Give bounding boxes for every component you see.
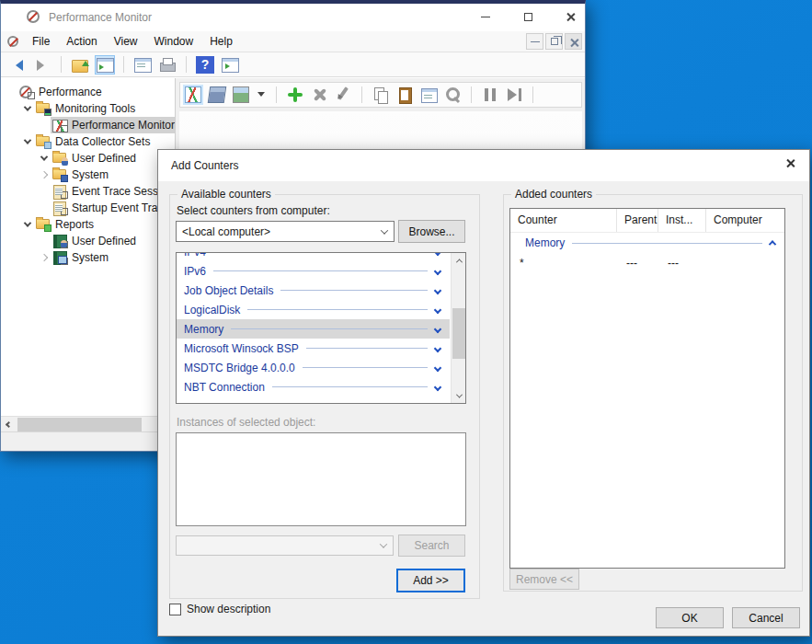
show-description-checkbox[interactable] xyxy=(169,604,181,615)
tree-item[interactable]: User Defined xyxy=(1,233,175,249)
properties-icon[interactable] xyxy=(133,56,152,74)
menu-item[interactable]: Window xyxy=(146,31,202,52)
tree-item[interactable]: Performance xyxy=(1,84,175,100)
tree-item[interactable]: Monitoring Tools xyxy=(1,100,175,117)
counter-row[interactable]: IPv6 xyxy=(177,261,450,281)
column-header[interactable]: Counter xyxy=(510,209,617,232)
tree-expander[interactable] xyxy=(21,139,34,144)
zoom-icon[interactable] xyxy=(444,86,461,103)
main-toolbar xyxy=(1,52,585,77)
mdi-restore-button[interactable] xyxy=(545,33,563,50)
show-console-tree-icon[interactable] xyxy=(96,56,114,74)
instances-listbox[interactable] xyxy=(176,432,466,526)
view-line-chart-icon[interactable] xyxy=(185,86,201,103)
add-counters-icon[interactable] xyxy=(287,86,303,103)
tree-item-icon xyxy=(52,168,67,181)
cancel-button[interactable]: Cancel xyxy=(732,607,800,628)
highlight-icon[interactable] xyxy=(335,86,351,103)
print-icon[interactable] xyxy=(158,56,177,74)
add-button[interactable]: Add >> xyxy=(396,569,465,592)
counter-row[interactable]: Memory xyxy=(177,319,450,339)
chevron-down-icon[interactable] xyxy=(375,229,394,235)
counter-row[interactable]: Job Object Details xyxy=(177,281,450,300)
tree-item[interactable]: System xyxy=(1,167,175,183)
change-graph-type-icon[interactable] xyxy=(233,86,249,103)
browse-button[interactable]: Browse... xyxy=(398,220,465,243)
help-icon[interactable] xyxy=(196,56,214,74)
counter-collapse-chevron-icon[interactable] xyxy=(769,240,776,247)
tree-item-label: Monitoring Tools xyxy=(55,102,135,115)
close-button[interactable] xyxy=(563,9,578,24)
counter-expand-chevron-icon[interactable] xyxy=(434,252,441,256)
counter-expand-chevron-icon[interactable] xyxy=(434,363,441,371)
menu-item[interactable]: File xyxy=(24,31,58,52)
computer-combobox[interactable]: <Local computer> xyxy=(176,221,395,242)
tree-item[interactable]: Startup Event Trace S xyxy=(1,200,175,216)
counter-rule xyxy=(280,290,428,291)
mdi-minimize-button[interactable] xyxy=(526,33,543,50)
menu-item[interactable]: Help xyxy=(201,31,241,52)
tree-expander[interactable] xyxy=(38,255,51,260)
properties-icon[interactable] xyxy=(420,86,437,103)
forward-icon[interactable] xyxy=(33,56,51,74)
tree-horizontal-scrollbar[interactable] xyxy=(1,416,175,431)
counter-row[interactable]: IPv4 xyxy=(177,252,450,261)
counter-label: NBT Connection xyxy=(184,381,265,394)
counter-row[interactable]: MSDTC Bridge 4.0.0.0 xyxy=(177,358,450,377)
counter-row[interactable]: Microsoft Winsock BSP xyxy=(177,339,450,358)
added-counters-group: Added counters CounterParentInst...Compu… xyxy=(503,194,803,592)
tree-item[interactable]: System xyxy=(1,249,175,266)
delete-counter-icon[interactable] xyxy=(311,86,327,103)
tree-item-label: System xyxy=(72,168,109,181)
tree-expander[interactable] xyxy=(21,106,34,111)
update-data-icon[interactable] xyxy=(506,86,522,103)
counter-group-row[interactable]: Memory xyxy=(510,233,784,253)
maximize-button[interactable] xyxy=(520,9,535,24)
counter-expand-chevron-icon[interactable] xyxy=(434,286,441,293)
freeze-display-icon[interactable] xyxy=(482,86,498,103)
tree-item[interactable]: User Defined xyxy=(1,150,175,167)
ok-button[interactable]: OK xyxy=(656,607,724,628)
counter-expand-chevron-icon[interactable] xyxy=(434,267,441,274)
scroll-down-arrow-icon[interactable] xyxy=(452,388,466,403)
scrollbar-thumb[interactable] xyxy=(17,418,142,431)
back-icon[interactable] xyxy=(8,56,27,74)
tree-item[interactable]: Performance Monitor xyxy=(1,117,175,133)
tree-item[interactable]: Reports xyxy=(1,216,175,233)
counter-expand-chevron-icon[interactable] xyxy=(434,325,441,332)
export-icon[interactable] xyxy=(71,56,89,74)
available-counters-group: Available counters Select counters from … xyxy=(169,194,480,599)
tree-expander[interactable] xyxy=(38,155,51,161)
column-header[interactable]: Inst... xyxy=(658,209,706,232)
graph-type-dropdown-icon[interactable] xyxy=(257,86,266,103)
column-header[interactable]: Computer xyxy=(706,209,784,232)
new-window-icon[interactable] xyxy=(221,56,239,74)
counters-listbox[interactable]: IPv4 IPv6 Job Object Details xyxy=(176,252,466,404)
counter-expand-chevron-icon[interactable] xyxy=(434,305,441,313)
counter-expand-chevron-icon[interactable] xyxy=(434,344,441,351)
copy-properties-icon[interactable] xyxy=(372,86,389,103)
counter-expand-chevron-icon[interactable] xyxy=(434,383,441,390)
menu-item[interactable]: View xyxy=(106,31,146,52)
paste-counter-list-icon[interactable] xyxy=(396,86,413,103)
scroll-left-arrow-icon[interactable] xyxy=(1,417,17,431)
scrollbar-thumb[interactable] xyxy=(452,308,465,359)
menu-item[interactable]: Action xyxy=(58,31,105,52)
counter-row[interactable]: NBT Connection xyxy=(177,377,450,397)
window-title: Performance Monitor xyxy=(49,11,152,24)
tree-item-label: Data Collector Sets xyxy=(55,135,150,148)
counter-row[interactable]: LogicalDisk xyxy=(177,300,450,319)
view-histogram-icon[interactable] xyxy=(208,86,227,103)
added-counters-table[interactable]: CounterParentInst...Computer Memory * --… xyxy=(509,208,785,569)
tree-expander[interactable] xyxy=(38,172,51,178)
mdi-close-button[interactable] xyxy=(565,33,582,50)
tree-item[interactable]: Event Trace Sessions xyxy=(1,183,175,200)
table-row[interactable]: * --- --- xyxy=(510,253,784,273)
counters-vertical-scrollbar[interactable] xyxy=(451,253,465,403)
column-header[interactable]: Parent xyxy=(617,209,658,232)
scroll-up-arrow-icon[interactable] xyxy=(452,253,466,268)
dialog-close-icon[interactable] xyxy=(785,158,798,171)
tree-expander[interactable] xyxy=(21,222,34,227)
minimize-button[interactable] xyxy=(478,9,493,24)
tree-item[interactable]: Data Collector Sets xyxy=(1,133,175,150)
